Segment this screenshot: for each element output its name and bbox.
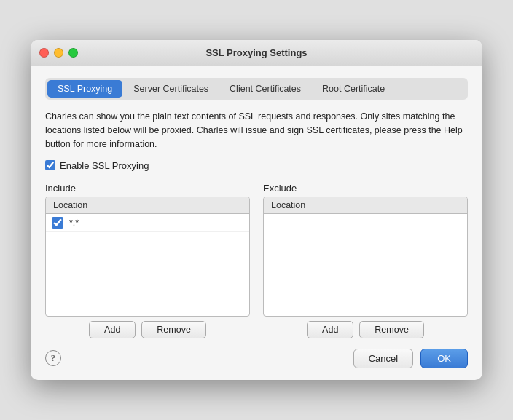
titlebar: SSL Proxying Settings bbox=[31, 40, 482, 66]
description-text: Charles can show you the plain text cont… bbox=[45, 110, 468, 151]
include-remove-button[interactable]: Remove bbox=[141, 321, 206, 338]
exclude-buttons: Add Remove bbox=[263, 321, 468, 338]
include-panel: Include Location *:* Add Remove bbox=[45, 183, 250, 338]
dialog-buttons: Cancel OK bbox=[353, 349, 468, 368]
close-button[interactable] bbox=[39, 48, 49, 58]
traffic-lights bbox=[39, 48, 78, 58]
dialog-window: SSL Proxying Settings SSL Proxying Serve… bbox=[31, 40, 482, 379]
include-add-button[interactable]: Add bbox=[89, 321, 136, 338]
exclude-panel-title: Exclude bbox=[263, 183, 468, 194]
window-body: SSL Proxying Server Certificates Client … bbox=[31, 66, 482, 379]
maximize-button[interactable] bbox=[68, 48, 78, 58]
include-table: Location *:* bbox=[45, 197, 250, 317]
cancel-button[interactable]: Cancel bbox=[353, 349, 413, 368]
include-table-body: *:* bbox=[46, 214, 249, 316]
tab-client-certificates[interactable]: Client Certificates bbox=[219, 80, 311, 98]
tab-server-certificates[interactable]: Server Certificates bbox=[123, 80, 219, 98]
tab-root-certificate[interactable]: Root Certificate bbox=[312, 80, 395, 98]
table-row[interactable]: *:* bbox=[46, 214, 249, 232]
tab-ssl-proxying[interactable]: SSL Proxying bbox=[47, 80, 122, 98]
exclude-table: Location bbox=[263, 197, 468, 317]
tab-bar: SSL Proxying Server Certificates Client … bbox=[45, 78, 468, 100]
help-button[interactable]: ? bbox=[45, 350, 61, 366]
enable-ssl-checkbox[interactable] bbox=[45, 160, 55, 170]
include-location-header: Location bbox=[46, 197, 249, 214]
window-title: SSL Proxying Settings bbox=[205, 47, 307, 58]
include-buttons: Add Remove bbox=[45, 321, 250, 338]
exclude-table-body bbox=[264, 214, 467, 316]
exclude-panel: Exclude Location Add Remove bbox=[263, 183, 468, 338]
panels-container: Include Location *:* Add Remove bbox=[45, 183, 468, 338]
row-checkbox[interactable] bbox=[52, 217, 63, 229]
enable-ssl-row: Enable SSL Proxying bbox=[45, 160, 468, 171]
enable-ssl-label: Enable SSL Proxying bbox=[60, 160, 149, 171]
minimize-button[interactable] bbox=[54, 48, 63, 58]
bottom-row: ? Cancel OK bbox=[45, 349, 468, 368]
exclude-remove-button[interactable]: Remove bbox=[359, 321, 424, 338]
ok-button[interactable]: OK bbox=[420, 349, 468, 368]
exclude-add-button[interactable]: Add bbox=[307, 321, 353, 338]
include-panel-title: Include bbox=[45, 183, 250, 194]
exclude-location-header: Location bbox=[264, 197, 467, 214]
row-value: *:* bbox=[69, 218, 79, 228]
